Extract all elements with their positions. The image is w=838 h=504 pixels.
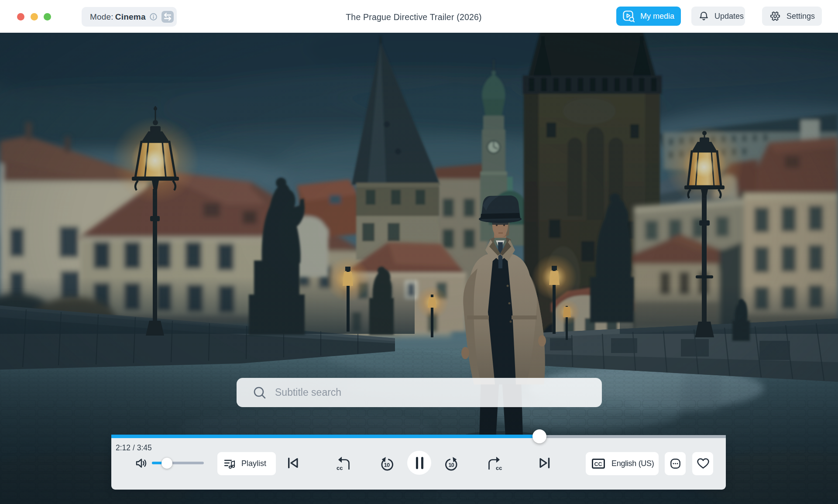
svg-text:cc: cc xyxy=(337,465,343,470)
svg-text:cc: cc xyxy=(496,465,502,470)
svg-text:10: 10 xyxy=(448,462,454,468)
svg-text:CC: CC xyxy=(594,461,602,467)
svg-text:10: 10 xyxy=(384,462,390,468)
